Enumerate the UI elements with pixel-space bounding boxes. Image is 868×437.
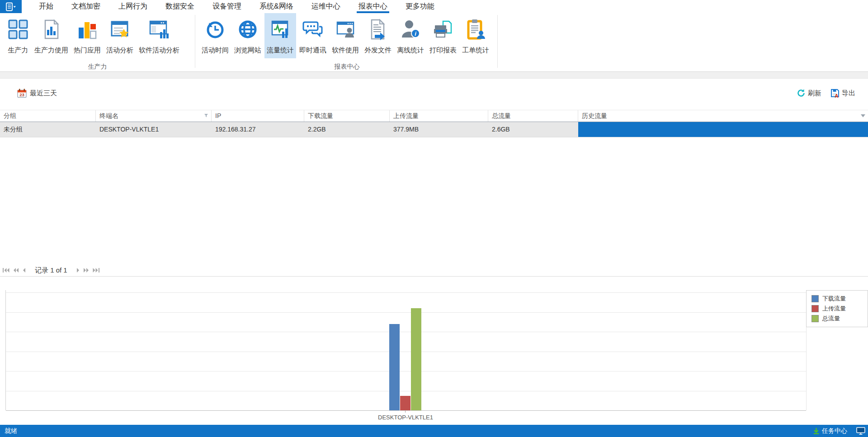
table-row[interactable]: 未分组 DESKTOP-VLKTLE1 192.168.31.27 2.2GB … bbox=[0, 122, 868, 137]
app-menu-icon bbox=[5, 2, 16, 11]
ribbon-item-offline-stats[interactable]: i 离线统计 bbox=[395, 13, 426, 58]
cell-ip: 192.168.31.27 bbox=[212, 122, 304, 137]
chart-legend: 下载流量 上传流量 总流量 bbox=[806, 290, 868, 327]
chart-bar-series-1 bbox=[400, 396, 410, 410]
fast-next-button[interactable] bbox=[83, 268, 89, 273]
tab-start[interactable]: 开始 bbox=[39, 0, 53, 13]
cell-upload: 377.9MB bbox=[390, 122, 488, 137]
fast-prev-button[interactable] bbox=[13, 268, 19, 273]
monitor-icon[interactable] bbox=[856, 427, 865, 435]
traffic-chart: DESKTOP-VLKTLE1 下载流量 上传流量 总流量 bbox=[0, 277, 868, 425]
column-header-terminal[interactable]: 终端名 bbox=[96, 110, 212, 122]
date-range-selector[interactable]: 23 最近三天 bbox=[17, 89, 57, 98]
cell-history bbox=[578, 122, 868, 137]
legend-swatch-total bbox=[811, 315, 819, 322]
app-window: 开始 文档加密 上网行为 数据安全 设备管理 系统&网络 运维中心 报表中心 更… bbox=[0, 0, 868, 437]
ribbon-group-separator bbox=[195, 15, 195, 68]
first-page-button[interactable] bbox=[3, 268, 9, 273]
ribbon-item-active-time[interactable]: 活动时间 bbox=[199, 13, 231, 58]
cell-download: 2.2GB bbox=[304, 122, 390, 137]
export-label: 导出 bbox=[842, 89, 855, 98]
tab-web-behavior[interactable]: 上网行为 bbox=[118, 0, 147, 13]
task-center-label: 任务中心 bbox=[822, 427, 847, 435]
ribbon-item-label: 即时通讯 bbox=[299, 46, 326, 55]
svg-text:23: 23 bbox=[19, 92, 24, 97]
column-header-history[interactable]: 历史流量 bbox=[578, 110, 868, 122]
tab-data-security[interactable]: 数据安全 bbox=[165, 0, 194, 13]
chart-gridline bbox=[6, 371, 806, 371]
legend-swatch-download bbox=[811, 295, 819, 302]
tab-report-center[interactable]: 报表中心 bbox=[359, 0, 387, 13]
ribbon-item-label: 打印报表 bbox=[429, 46, 457, 55]
tab-device-management[interactable]: 设备管理 bbox=[212, 0, 241, 13]
toolbar-strip bbox=[0, 72, 868, 79]
column-header-upload[interactable]: 上传流量 bbox=[390, 110, 488, 122]
refresh-icon bbox=[797, 89, 806, 98]
ribbon-item-software-activity-analysis[interactable]: 软件活动分析 bbox=[137, 13, 182, 58]
traffic-stats-icon bbox=[269, 19, 291, 40]
table-header: 分组 终端名 IP 下载流量 上传流量 总流量 历史流量 bbox=[0, 110, 868, 122]
ribbon-item-label: 流量统计 bbox=[267, 46, 294, 55]
column-header-download[interactable]: 下载流量 bbox=[304, 110, 390, 122]
ribbon-item-outgoing-files[interactable]: 外发文件 bbox=[362, 13, 394, 58]
column-header-ip[interactable]: IP bbox=[212, 110, 304, 122]
tab-ops-center[interactable]: 运维中心 bbox=[311, 0, 340, 13]
ribbon-group-separator bbox=[497, 15, 498, 68]
ribbon-group-report-center: 活动时间 浏览网站 流量统计 即时通讯 软件使用 外发文件 bbox=[199, 13, 492, 58]
ribbon-item-label: 外发文件 bbox=[364, 46, 392, 55]
ribbon-item-label: 热门应用 bbox=[74, 46, 101, 55]
ribbon-item-print-report[interactable]: 打印报表 bbox=[427, 13, 459, 58]
chart-bar-series-2 bbox=[411, 308, 421, 410]
software-activity-analysis-icon bbox=[148, 19, 170, 40]
ribbon-item-traffic-stats[interactable]: 流量统计 bbox=[264, 13, 296, 58]
task-center-button[interactable]: 任务中心 bbox=[813, 427, 847, 435]
outgoing-files-icon bbox=[367, 19, 389, 40]
app-menu-button[interactable] bbox=[0, 0, 22, 13]
ribbon-item-label: 生产力 bbox=[8, 46, 28, 55]
ribbon-group-label-productivity: 生产力 bbox=[5, 62, 190, 71]
productivity-usage-icon bbox=[41, 19, 62, 40]
chart-plot-area: DESKTOP-VLKTLE1 bbox=[5, 292, 807, 410]
offline-stats-icon: i bbox=[400, 19, 421, 40]
ribbon-item-activity-analysis[interactable]: 活动分析 bbox=[104, 13, 136, 58]
tab-system-network[interactable]: 系统&网络 bbox=[259, 0, 293, 13]
ticket-stats-icon bbox=[465, 19, 486, 40]
ribbon-item-ticket-stats[interactable]: 工单统计 bbox=[460, 13, 491, 58]
pagination-bar: 记录 1 of 1 bbox=[0, 264, 868, 277]
menubar: 开始 文档加密 上网行为 数据安全 设备管理 系统&网络 运维中心 报表中心 更… bbox=[0, 0, 868, 13]
cell-terminal: DESKTOP-VLKTLE1 bbox=[96, 122, 212, 137]
hot-apps-icon bbox=[76, 19, 98, 40]
legend-item: 上传流量 bbox=[811, 304, 868, 314]
next-page-button[interactable] bbox=[76, 268, 80, 273]
prev-page-button[interactable] bbox=[23, 268, 26, 273]
filter-funnel-icon[interactable] bbox=[204, 113, 208, 118]
web-browsing-icon bbox=[237, 19, 259, 40]
tab-doc-encryption[interactable]: 文档加密 bbox=[71, 0, 100, 13]
svg-text:A: A bbox=[835, 93, 839, 98]
export-button[interactable]: A 导出 bbox=[830, 89, 855, 98]
traffic-table: 分组 终端名 IP 下载流量 上传流量 总流量 历史流量 未分组 DESKTOP… bbox=[0, 110, 868, 137]
last-page-button[interactable] bbox=[93, 268, 99, 273]
refresh-label: 刷新 bbox=[808, 89, 821, 98]
ribbon-item-label: 活动时间 bbox=[202, 46, 229, 55]
legend-label: 下载流量 bbox=[822, 295, 846, 303]
ribbon-group-label-report-center: 报表中心 bbox=[199, 62, 495, 71]
column-header-group[interactable]: 分组 bbox=[0, 110, 96, 122]
ribbon-item-productivity[interactable]: 生产力 bbox=[5, 13, 31, 58]
ribbon-item-software-usage[interactable]: 软件使用 bbox=[330, 13, 361, 58]
chart-bar-series-0 bbox=[389, 324, 400, 410]
legend-item: 总流量 bbox=[811, 314, 868, 324]
ribbon-item-web-browsing[interactable]: 浏览网站 bbox=[232, 13, 264, 58]
column-dropdown-icon[interactable] bbox=[861, 114, 865, 117]
tab-more-features[interactable]: 更多功能 bbox=[406, 0, 434, 13]
refresh-button[interactable]: 刷新 bbox=[797, 89, 821, 98]
svg-text:i: i bbox=[415, 30, 416, 37]
ribbon-item-hot-apps[interactable]: 热门应用 bbox=[71, 13, 103, 58]
column-header-total[interactable]: 总流量 bbox=[488, 110, 578, 122]
ribbon-item-productivity-usage[interactable]: 生产力使用 bbox=[32, 13, 71, 58]
calendar-icon: 23 bbox=[17, 89, 27, 98]
ribbon-item-instant-messaging[interactable]: 即时通讯 bbox=[297, 13, 329, 58]
ribbon-item-label: 软件使用 bbox=[332, 46, 359, 55]
active-time-icon bbox=[204, 19, 226, 40]
software-usage-icon bbox=[335, 19, 356, 40]
